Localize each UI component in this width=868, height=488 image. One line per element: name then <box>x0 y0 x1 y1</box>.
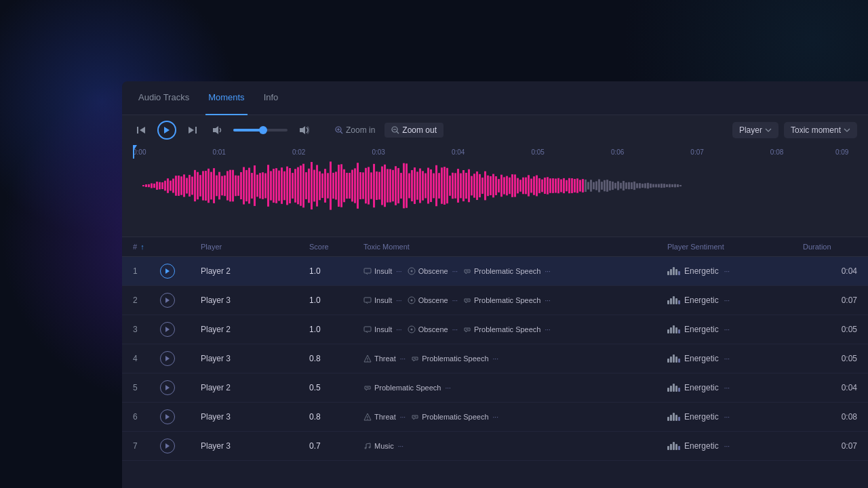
tab-moments[interactable]: Moments <box>205 81 247 115</box>
play-circle[interactable] <box>160 380 175 395</box>
row-duration: 0:04 <box>803 266 857 276</box>
player-name: Player 2 <box>201 266 309 276</box>
tag-speech: Problematic Speech ··· <box>463 325 551 333</box>
play-circle[interactable] <box>160 322 175 337</box>
player-name: Player 3 <box>201 354 309 363</box>
row-duration: 0:04 <box>803 383 857 392</box>
svg-rect-15 <box>364 268 371 273</box>
svg-point-37 <box>367 361 368 361</box>
player-name: Player 2 <box>201 383 309 392</box>
svg-marker-5 <box>213 126 218 134</box>
table-row: 5 Player 2 0.5 Problematic Speech ··· <box>122 373 868 403</box>
play-circle[interactable] <box>160 264 175 279</box>
col-duration: Duration <box>803 243 857 251</box>
row-score: 0.7 <box>309 441 363 451</box>
zoom-in-button[interactable]: Zoom in <box>328 123 382 138</box>
toxic-moment-filter-dropdown[interactable]: Toxic moment <box>784 122 857 138</box>
waveform-container[interactable]: 0:00 0:01 0:02 0:03 0:04 0:05 0:06 0:07 … <box>133 145 857 226</box>
svg-marker-26 <box>465 299 470 303</box>
table-row: 3 Player 2 1.0 Insult ··· Obscene ··· <box>122 315 868 344</box>
svg-marker-48 <box>165 443 170 449</box>
tag-speech: Problematic Speech ··· <box>463 267 551 275</box>
svg-marker-41 <box>365 386 370 390</box>
player-sentiment: Energetic ··· <box>667 325 803 334</box>
skip-back-button[interactable] <box>133 122 149 138</box>
player-name: Player 3 <box>201 296 309 305</box>
table-body: 1 Player 2 1.0 Insult ··· Obscene ··· <box>122 257 868 461</box>
play-circle[interactable] <box>160 293 175 308</box>
svg-line-8 <box>340 131 342 134</box>
row-play-button[interactable] <box>160 264 201 279</box>
tabs-bar: Audio Tracks Moments Info <box>122 81 868 115</box>
zoom-out-label: Zoom out <box>402 125 437 135</box>
player-sentiment: Energetic ··· <box>667 441 803 451</box>
zoom-out-button[interactable]: Zoom out <box>384 123 443 138</box>
tag-speech: Problematic Speech ··· <box>463 296 551 304</box>
row-number: 1 <box>133 266 160 276</box>
player-sentiment: Energetic ··· <box>667 266 803 276</box>
player-sentiment: Energetic ··· <box>667 383 803 392</box>
time-5: 0:05 <box>531 148 544 156</box>
row-score: 1.0 <box>309 266 363 276</box>
row-duration: 0:07 <box>803 296 857 305</box>
tag-insult: Insult ··· <box>363 325 402 333</box>
row-play-button[interactable] <box>160 380 201 395</box>
player-name: Player 3 <box>201 412 309 422</box>
row-number: 5 <box>133 383 160 392</box>
svg-marker-4 <box>189 127 194 134</box>
row-number: 2 <box>133 296 160 305</box>
time-2: 0:02 <box>292 148 305 156</box>
player-sentiment: Energetic ··· <box>667 412 803 422</box>
svg-rect-0 <box>137 127 138 134</box>
row-play-button[interactable] <box>160 409 201 424</box>
player-sentiment: Energetic ··· <box>667 354 803 363</box>
volume-icon[interactable] <box>209 122 225 138</box>
row-play-button[interactable] <box>160 351 201 366</box>
toxic-tags: Music ··· <box>363 442 667 450</box>
svg-marker-43 <box>165 414 170 420</box>
row-score: 0.8 <box>309 412 363 422</box>
tag-obscene: Obscene ··· <box>408 267 458 275</box>
time-7: 0:07 <box>690 148 703 156</box>
volume-slider[interactable] <box>233 129 288 131</box>
svg-marker-35 <box>165 356 170 361</box>
svg-rect-29 <box>364 327 371 331</box>
play-circle[interactable] <box>160 439 175 453</box>
table-row: 2 Player 3 1.0 Insult ··· Obscene ··· <box>122 286 868 315</box>
row-score: 1.0 <box>309 296 363 305</box>
row-play-button[interactable] <box>160 439 201 453</box>
player-name: Player 3 <box>201 441 309 451</box>
play-circle[interactable] <box>160 409 175 424</box>
play-button[interactable] <box>157 121 176 140</box>
table-area: # ↑ Player Score Toxic Moment Player Sen… <box>122 237 868 488</box>
zoom-in-label: Zoom in <box>346 125 375 135</box>
tag-speech: Problematic Speech ··· <box>411 413 498 421</box>
row-play-button[interactable] <box>160 293 201 308</box>
skip-forward-button[interactable] <box>184 122 201 138</box>
time-9: 0:09 <box>835 148 848 156</box>
svg-rect-22 <box>364 298 371 302</box>
tag-insult: Insult ··· <box>363 267 402 275</box>
row-number: 7 <box>133 441 160 451</box>
toxic-filter-label: Toxic moment <box>791 125 841 135</box>
col-score: Score <box>309 243 363 251</box>
tab-info[interactable]: Info <box>261 81 281 115</box>
tag-threat: Threat ··· <box>363 354 406 363</box>
col-player: Player <box>201 243 309 251</box>
toxic-tags: Threat ··· Problematic Speech ··· <box>363 354 667 363</box>
tab-audio-tracks[interactable]: Audio Tracks <box>136 81 192 115</box>
toxic-tags: Problematic Speech ··· <box>363 384 667 392</box>
player-filter-dropdown[interactable]: Player <box>732 122 778 138</box>
row-play-button[interactable] <box>160 322 201 337</box>
tag-speech: Problematic Speech ··· <box>411 354 498 363</box>
controls-bar: Zoom in Zoom out Player <box>133 115 857 145</box>
row-duration: 0:08 <box>803 412 857 422</box>
table-header: # ↑ Player Score Toxic Moment Player Sen… <box>122 237 868 257</box>
play-circle[interactable] <box>160 351 175 366</box>
col-sentiment: Player Sentiment <box>667 243 803 251</box>
row-duration: 0:07 <box>803 441 857 451</box>
tag-music: Music ··· <box>363 442 403 450</box>
table-row: 6 Player 3 0.8 Threat ··· Problematic Sp… <box>122 403 868 432</box>
svg-marker-38 <box>412 357 418 361</box>
svg-point-50 <box>369 447 371 449</box>
